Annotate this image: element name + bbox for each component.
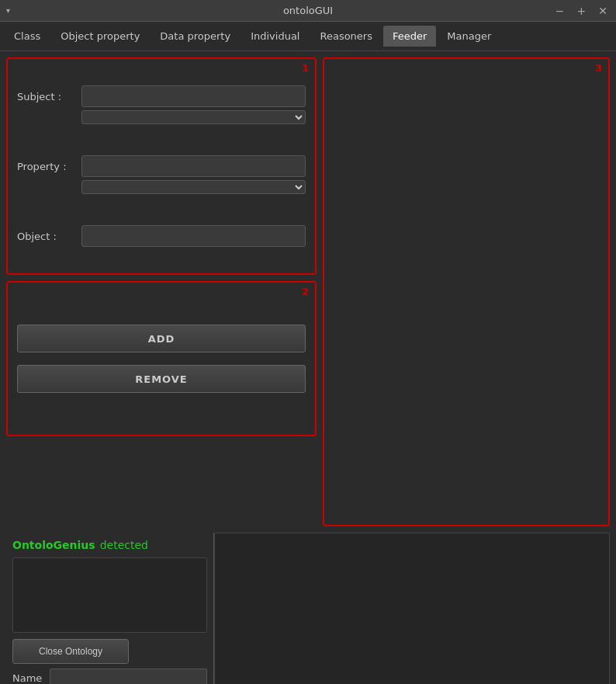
property-dropdown[interactable] (81, 180, 306, 194)
titlebar: ▾ ontoloGUI − + ✕ (0, 0, 616, 22)
maximize-button[interactable]: + (575, 5, 589, 17)
panel-2: 2 ADD REMOVE (6, 281, 317, 436)
subject-label: Subject : (17, 91, 75, 102)
property-input[interactable] (81, 155, 306, 177)
tab-manager[interactable]: Manager (438, 26, 500, 47)
object-section: Object : (17, 225, 306, 247)
tab-data-property[interactable]: Data property (151, 26, 240, 47)
subject-row: Subject : (17, 85, 306, 107)
property-section: Property : (17, 155, 306, 194)
subject-input[interactable] (81, 85, 306, 107)
add-button[interactable]: ADD (17, 325, 306, 352)
object-label: Object : (17, 231, 75, 242)
property-label: Property : (17, 161, 75, 172)
titlebar-controls: − + ✕ (553, 5, 610, 17)
tab-feeder[interactable]: Feeder (383, 26, 436, 47)
close-ontology-button[interactable]: Close Ontology (12, 639, 129, 664)
bottom-right-panel (214, 533, 610, 684)
panel-3: 3 (323, 57, 610, 526)
status-line: OntoloGenius detected (12, 539, 207, 551)
tab-class[interactable]: Class (5, 26, 50, 47)
name-input[interactable] (50, 668, 207, 684)
panel-1-number: 1 (302, 62, 309, 74)
object-row: Object : (17, 225, 306, 247)
panel-1: 1 Subject : Property : Obj (6, 57, 317, 275)
left-column: 1 Subject : Property : Obj (6, 57, 317, 526)
tab-reasoners[interactable]: Reasoners (310, 26, 382, 47)
name-label: Name (12, 672, 43, 684)
tab-object-property[interactable]: Object property (51, 26, 149, 47)
tab-individual[interactable]: Individual (241, 26, 309, 47)
name-row: Name (12, 668, 207, 684)
brand-name: OntoloGenius (12, 539, 95, 551)
bottom-left: OntoloGenius detected Close Ontology Nam… (6, 533, 214, 684)
window-title: ontoloGUI (283, 5, 333, 16)
titlebar-left: ▾ (6, 6, 10, 15)
main-content: 1 Subject : Property : Obj (0, 51, 616, 533)
panel-3-number: 3 (595, 62, 602, 74)
property-row: Property : (17, 155, 306, 177)
ontology-list (12, 557, 207, 633)
subject-section: Subject : (17, 85, 306, 124)
tabbar: Class Object property Data property Indi… (0, 22, 616, 51)
chevron-down-icon: ▾ (6, 6, 10, 15)
status-text: detected (100, 539, 148, 551)
panel-2-number: 2 (302, 286, 309, 297)
remove-button[interactable]: REMOVE (17, 365, 306, 393)
subject-dropdown[interactable] (81, 110, 306, 124)
object-input[interactable] (81, 225, 306, 247)
close-button[interactable]: ✕ (596, 5, 610, 17)
bottom-section: OntoloGenius detected Close Ontology Nam… (0, 533, 616, 684)
minimize-button[interactable]: − (553, 5, 567, 17)
